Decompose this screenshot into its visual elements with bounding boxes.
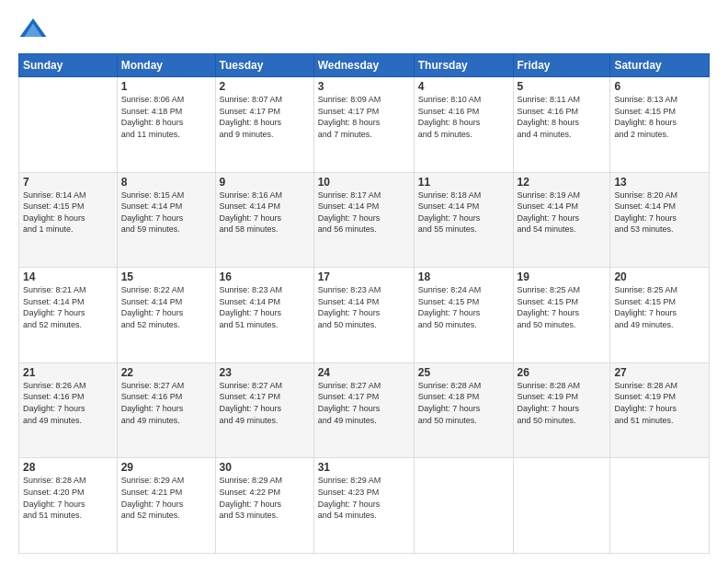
day-number: 27 — [614, 366, 705, 379]
day-info: Sunrise: 8:27 AM Sunset: 4:17 PM Dayligh… — [318, 380, 410, 426]
day-number: 11 — [418, 176, 509, 189]
calendar-table: SundayMondayTuesdayWednesdayThursdayFrid… — [18, 53, 710, 554]
week-row-2: 14Sunrise: 8:21 AM Sunset: 4:14 PM Dayli… — [19, 268, 710, 363]
day-number: 4 — [418, 80, 509, 93]
calendar-cell: 23Sunrise: 8:27 AM Sunset: 4:17 PM Dayli… — [215, 362, 313, 458]
day-number: 30 — [220, 461, 310, 474]
day-info: Sunrise: 8:10 AM Sunset: 4:16 PM Dayligh… — [418, 94, 509, 140]
calendar-cell: 24Sunrise: 8:27 AM Sunset: 4:17 PM Dayli… — [313, 362, 414, 458]
calendar-cell: 14Sunrise: 8:21 AM Sunset: 4:14 PM Dayli… — [19, 268, 118, 363]
calendar-cell: 18Sunrise: 8:24 AM Sunset: 4:15 PM Dayli… — [414, 268, 513, 363]
day-info: Sunrise: 8:28 AM Sunset: 4:18 PM Dayligh… — [418, 380, 509, 426]
calendar-cell: 2Sunrise: 8:07 AM Sunset: 4:17 PM Daylig… — [215, 77, 313, 173]
day-number: 18 — [418, 270, 509, 283]
header — [18, 15, 710, 44]
day-info: Sunrise: 8:28 AM Sunset: 4:19 PM Dayligh… — [518, 380, 607, 426]
day-number: 25 — [418, 366, 509, 379]
day-info: Sunrise: 8:14 AM Sunset: 4:15 PM Dayligh… — [23, 190, 113, 236]
calendar-cell: 22Sunrise: 8:27 AM Sunset: 4:16 PM Dayli… — [117, 362, 215, 458]
day-number: 2 — [220, 80, 310, 93]
day-info: Sunrise: 8:27 AM Sunset: 4:16 PM Dayligh… — [121, 380, 211, 426]
day-header-tuesday: Tuesday — [215, 54, 313, 77]
logo-icon — [18, 15, 48, 44]
day-info: Sunrise: 8:19 AM Sunset: 4:14 PM Dayligh… — [518, 190, 607, 236]
calendar-header-row: SundayMondayTuesdayWednesdayThursdayFrid… — [19, 54, 710, 77]
day-number: 29 — [121, 461, 211, 474]
calendar-cell: 30Sunrise: 8:29 AM Sunset: 4:22 PM Dayli… — [215, 458, 313, 554]
day-number: 7 — [23, 176, 113, 189]
calendar-cell: 28Sunrise: 8:28 AM Sunset: 4:20 PM Dayli… — [19, 458, 118, 554]
day-info: Sunrise: 8:16 AM Sunset: 4:14 PM Dayligh… — [220, 190, 310, 236]
calendar-cell: 17Sunrise: 8:23 AM Sunset: 4:14 PM Dayli… — [313, 268, 414, 363]
day-info: Sunrise: 8:06 AM Sunset: 4:18 PM Dayligh… — [121, 94, 211, 140]
week-row-4: 28Sunrise: 8:28 AM Sunset: 4:20 PM Dayli… — [19, 458, 710, 554]
day-number: 22 — [121, 366, 211, 379]
day-number: 9 — [220, 176, 310, 189]
day-number: 12 — [518, 176, 607, 189]
day-info: Sunrise: 8:17 AM Sunset: 4:14 PM Dayligh… — [318, 190, 410, 236]
calendar-cell: 13Sunrise: 8:20 AM Sunset: 4:14 PM Dayli… — [610, 172, 710, 268]
calendar-cell: 31Sunrise: 8:29 AM Sunset: 4:23 PM Dayli… — [313, 458, 414, 554]
calendar-cell: 29Sunrise: 8:29 AM Sunset: 4:21 PM Dayli… — [117, 458, 215, 554]
day-number: 5 — [518, 80, 607, 93]
week-row-0: 1Sunrise: 8:06 AM Sunset: 4:18 PM Daylig… — [19, 77, 710, 173]
day-number: 24 — [318, 366, 410, 379]
day-header-wednesday: Wednesday — [313, 54, 414, 77]
day-info: Sunrise: 8:28 AM Sunset: 4:19 PM Dayligh… — [614, 380, 705, 426]
calendar-cell: 26Sunrise: 8:28 AM Sunset: 4:19 PM Dayli… — [513, 362, 610, 458]
day-info: Sunrise: 8:20 AM Sunset: 4:14 PM Dayligh… — [614, 190, 705, 236]
calendar-cell: 9Sunrise: 8:16 AM Sunset: 4:14 PM Daylig… — [215, 172, 313, 268]
day-info: Sunrise: 8:07 AM Sunset: 4:17 PM Dayligh… — [220, 94, 310, 140]
calendar-cell: 10Sunrise: 8:17 AM Sunset: 4:14 PM Dayli… — [313, 172, 414, 268]
week-row-3: 21Sunrise: 8:26 AM Sunset: 4:16 PM Dayli… — [19, 362, 710, 458]
day-number: 3 — [318, 80, 410, 93]
day-info: Sunrise: 8:23 AM Sunset: 4:14 PM Dayligh… — [318, 284, 410, 330]
day-number: 26 — [518, 366, 607, 379]
calendar-cell: 16Sunrise: 8:23 AM Sunset: 4:14 PM Dayli… — [215, 268, 313, 363]
day-number: 16 — [220, 270, 310, 283]
day-info: Sunrise: 8:26 AM Sunset: 4:16 PM Dayligh… — [23, 380, 113, 426]
day-info: Sunrise: 8:11 AM Sunset: 4:16 PM Dayligh… — [518, 94, 607, 140]
calendar-cell — [610, 458, 710, 554]
day-number: 31 — [318, 461, 410, 474]
day-info: Sunrise: 8:24 AM Sunset: 4:15 PM Dayligh… — [418, 284, 509, 330]
day-info: Sunrise: 8:23 AM Sunset: 4:14 PM Dayligh… — [220, 284, 310, 330]
day-number: 13 — [614, 176, 705, 189]
calendar-cell: 4Sunrise: 8:10 AM Sunset: 4:16 PM Daylig… — [414, 77, 513, 173]
day-info: Sunrise: 8:22 AM Sunset: 4:14 PM Dayligh… — [121, 284, 211, 330]
day-header-saturday: Saturday — [610, 54, 710, 77]
day-number: 10 — [318, 176, 410, 189]
day-number: 6 — [614, 80, 705, 93]
day-number: 1 — [121, 80, 211, 93]
day-number: 19 — [518, 270, 607, 283]
day-header-monday: Monday — [117, 54, 215, 77]
day-number: 8 — [121, 176, 211, 189]
calendar-cell — [513, 458, 610, 554]
day-info: Sunrise: 8:29 AM Sunset: 4:23 PM Dayligh… — [318, 475, 410, 521]
day-info: Sunrise: 8:29 AM Sunset: 4:21 PM Dayligh… — [121, 475, 211, 521]
calendar-cell: 21Sunrise: 8:26 AM Sunset: 4:16 PM Dayli… — [19, 362, 118, 458]
calendar-cell: 8Sunrise: 8:15 AM Sunset: 4:14 PM Daylig… — [117, 172, 215, 268]
day-header-thursday: Thursday — [414, 54, 513, 77]
day-info: Sunrise: 8:13 AM Sunset: 4:15 PM Dayligh… — [614, 94, 705, 140]
calendar-cell: 15Sunrise: 8:22 AM Sunset: 4:14 PM Dayli… — [117, 268, 215, 363]
calendar-cell — [414, 458, 513, 554]
calendar-cell: 25Sunrise: 8:28 AM Sunset: 4:18 PM Dayli… — [414, 362, 513, 458]
day-info: Sunrise: 8:25 AM Sunset: 4:15 PM Dayligh… — [518, 284, 607, 330]
day-header-friday: Friday — [513, 54, 610, 77]
calendar-cell: 1Sunrise: 8:06 AM Sunset: 4:18 PM Daylig… — [117, 77, 215, 173]
calendar-cell: 20Sunrise: 8:25 AM Sunset: 4:15 PM Dayli… — [610, 268, 710, 363]
logo — [18, 15, 51, 44]
day-number: 17 — [318, 270, 410, 283]
week-row-1: 7Sunrise: 8:14 AM Sunset: 4:15 PM Daylig… — [19, 172, 710, 268]
calendar-cell: 7Sunrise: 8:14 AM Sunset: 4:15 PM Daylig… — [19, 172, 118, 268]
calendar-cell: 11Sunrise: 8:18 AM Sunset: 4:14 PM Dayli… — [414, 172, 513, 268]
day-number: 23 — [220, 366, 310, 379]
day-info: Sunrise: 8:25 AM Sunset: 4:15 PM Dayligh… — [614, 284, 705, 330]
day-number: 15 — [121, 270, 211, 283]
day-number: 14 — [23, 270, 113, 283]
day-info: Sunrise: 8:18 AM Sunset: 4:14 PM Dayligh… — [418, 190, 509, 236]
day-info: Sunrise: 8:21 AM Sunset: 4:14 PM Dayligh… — [23, 284, 113, 330]
day-number: 28 — [23, 461, 113, 474]
day-number: 20 — [614, 270, 705, 283]
